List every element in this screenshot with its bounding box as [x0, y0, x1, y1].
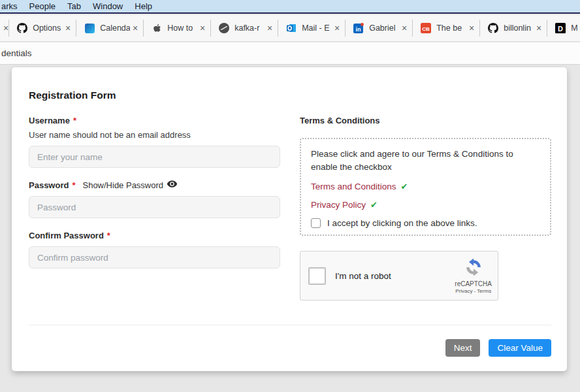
- svg-text:in: in: [356, 26, 361, 33]
- terms-box: Please click and agere to our Terms & Co…: [300, 138, 551, 236]
- browser-tab-mail[interactable]: Mail - E ×: [278, 20, 345, 37]
- tab-close-icon[interactable]: ×: [200, 23, 205, 33]
- tab-close-icon[interactable]: ×: [402, 23, 407, 33]
- eye-icon[interactable]: [167, 180, 178, 190]
- tab-label: How to: [167, 24, 197, 33]
- tab-close-icon[interactable]: ×: [334, 23, 340, 33]
- svg-text:D: D: [558, 25, 563, 33]
- registration-card: Registration Form Username * User name s…: [12, 67, 567, 371]
- tab-close-icon[interactable]: ×: [133, 23, 138, 33]
- show-hide-password-toggle[interactable]: Show/Hide Password: [82, 180, 178, 190]
- next-button[interactable]: Next: [445, 339, 481, 357]
- browser-tab-calendar[interactable]: Calenda ×: [76, 20, 143, 37]
- show-hide-password-label: Show/Hide Password: [82, 180, 163, 190]
- password-input[interactable]: [29, 196, 280, 218]
- check-icon: ✔: [401, 182, 408, 191]
- browser-tab-dev[interactable]: D M ×: [547, 20, 580, 37]
- recaptcha-checkbox[interactable]: [308, 267, 326, 285]
- tab-label: kafka-r: [234, 24, 265, 33]
- page-title-truncated: dentials: [1, 48, 32, 58]
- required-asterisk: *: [72, 180, 75, 190]
- crunchbase-icon: CB: [421, 23, 431, 33]
- confirm-password-input[interactable]: [29, 246, 280, 269]
- tab-label: Gabriel: [369, 24, 399, 33]
- form-right-column: Terms & Conditions Please click and ager…: [300, 116, 551, 301]
- menu-item-tab[interactable]: Tab: [67, 1, 81, 11]
- browser-tab-options[interactable]: Options ×: [8, 20, 76, 37]
- footer-divider: [29, 325, 551, 325]
- recaptcha-privacy-terms[interactable]: Privacy - Terms: [455, 288, 491, 294]
- apple-icon: [152, 23, 162, 33]
- page-background: Registration Form Username * User name s…: [0, 65, 580, 392]
- github-icon: [17, 23, 27, 33]
- browser-tab-partial[interactable]: ×: [0, 23, 8, 33]
- recaptcha-name: reCAPTCHA: [455, 280, 492, 288]
- browser-tab-billonline[interactable]: billonlin ×: [479, 20, 547, 37]
- tab-label: The be: [436, 24, 466, 33]
- username-label: Username: [29, 116, 70, 125]
- outlook-icon: [286, 23, 297, 33]
- globe-icon: [219, 23, 229, 33]
- svg-text:CB: CB: [422, 26, 430, 32]
- tab-label: Calenda: [100, 24, 130, 33]
- form-left-column: Username * User name should not be an em…: [29, 116, 280, 301]
- browser-tab-linkedin[interactable]: in Gabriel ×: [345, 20, 412, 37]
- tab-close-icon[interactable]: ×: [469, 23, 474, 33]
- confirm-password-label: Confirm Password: [29, 231, 104, 240]
- github-icon: [488, 23, 498, 33]
- required-asterisk: *: [107, 231, 110, 240]
- recaptcha-brand: reCAPTCHA Privacy - Terms: [455, 257, 492, 294]
- menu-bar: arks People Tab Window Help: [0, 0, 580, 14]
- tab-label: M: [571, 24, 580, 33]
- clear-value-button[interactable]: Clear Value: [489, 339, 551, 357]
- browser-tab-strip: × Options × Calenda × How to × kafka-r ×…: [0, 15, 580, 42]
- terms-heading: Terms & Conditions: [300, 116, 551, 125]
- menu-item-people[interactable]: People: [29, 1, 56, 11]
- tab-label: Options: [33, 24, 63, 33]
- recaptcha-widget: I'm not a robot reCAPTCHA Privacy - Term…: [300, 251, 498, 301]
- username-input[interactable]: [29, 146, 280, 168]
- dev-icon: D: [555, 23, 566, 33]
- password-label: Password: [29, 180, 69, 190]
- calendar-icon: [84, 23, 95, 33]
- recaptcha-label: I'm not a robot: [335, 271, 391, 281]
- tab-close-icon[interactable]: ×: [3, 23, 8, 33]
- check-icon: ✔: [370, 200, 378, 210]
- menu-item-help[interactable]: Help: [135, 1, 152, 11]
- username-helper-text: User name should not be an email address: [29, 130, 280, 140]
- recaptcha-logo-icon: [464, 257, 483, 280]
- tab-label: billonlin: [504, 24, 534, 33]
- accept-label: I accept by clicking on the above links.: [327, 218, 477, 228]
- form-title: Registration Form: [29, 90, 551, 101]
- linkedin-icon: in: [353, 23, 364, 33]
- menu-item-window[interactable]: Window: [93, 1, 123, 11]
- menu-item-bookmarks[interactable]: arks: [1, 1, 18, 11]
- page-title-bar: dentials: [0, 42, 580, 65]
- tab-close-icon[interactable]: ×: [65, 23, 71, 33]
- browser-tab-kafka[interactable]: kafka-r ×: [210, 20, 278, 37]
- terms-instruction: Please click and agere to our Terms & Co…: [311, 148, 540, 173]
- accept-checkbox[interactable]: [311, 218, 321, 228]
- browser-tab-crunchbase[interactable]: CB The be ×: [412, 20, 479, 37]
- tab-label: Mail - E: [302, 24, 332, 33]
- tab-close-icon[interactable]: ×: [536, 23, 541, 33]
- form-actions: Next Clear Value: [445, 339, 551, 357]
- required-asterisk: *: [73, 116, 76, 125]
- privacy-policy-link[interactable]: Privacy Policy: [311, 200, 366, 210]
- browser-tab-howto[interactable]: How to ×: [143, 20, 210, 37]
- tab-close-icon[interactable]: ×: [267, 23, 272, 33]
- terms-and-conditions-link[interactable]: Terms and Conditions: [311, 182, 396, 191]
